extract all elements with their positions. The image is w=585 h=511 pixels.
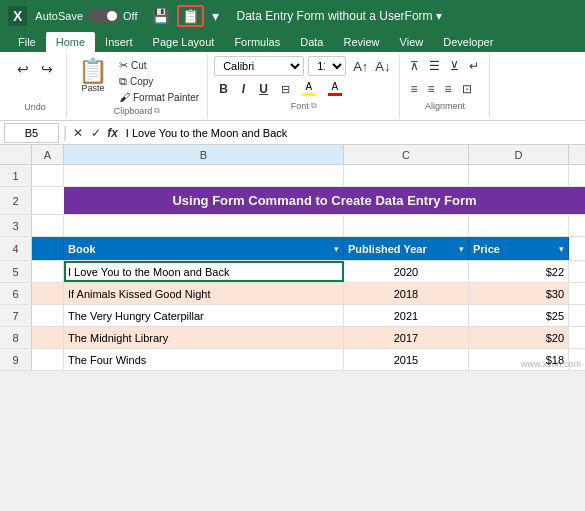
underline-button[interactable]: U [254, 79, 273, 99]
tab-view[interactable]: View [390, 32, 434, 52]
quick-access-toolbar: 💾 📋 ▾ [150, 5, 221, 27]
undo-button[interactable]: ↩ [12, 58, 34, 80]
tab-home[interactable]: Home [46, 32, 95, 52]
autosave-control[interactable]: AutoSave Off [35, 9, 137, 23]
book-filter-button[interactable]: ▾ [334, 244, 339, 254]
cell-a4[interactable] [32, 237, 64, 260]
row-num-5: 5 [0, 261, 32, 282]
cell-d6[interactable]: $30 [469, 283, 569, 304]
column-header-a[interactable]: A [32, 145, 64, 164]
tab-insert[interactable]: Insert [95, 32, 143, 52]
format-painter-button[interactable]: 🖌 Format Painter [117, 90, 201, 104]
font-color-button[interactable]: A [324, 79, 346, 99]
price-header-label: Price [473, 243, 500, 255]
cell-b4-book-header[interactable]: Book ▾ [64, 237, 344, 260]
redo-button[interactable]: ↪ [36, 58, 58, 80]
custom-toolbar-icon[interactable]: 📋 [177, 5, 204, 27]
font-name-select[interactable]: Calibri [214, 56, 304, 76]
cell-a9[interactable] [32, 349, 64, 370]
cell-b6[interactable]: If Animals Kissed Good Night [64, 283, 344, 304]
cancel-formula-icon[interactable]: ✕ [71, 126, 85, 140]
cell-reference-input[interactable] [4, 123, 59, 143]
cell-b9[interactable]: The Four Winds [64, 349, 344, 370]
column-header-c[interactable]: C [344, 145, 469, 164]
cell-c8[interactable]: 2017 [344, 327, 469, 348]
cell-b3[interactable] [64, 215, 344, 236]
cell-b5[interactable]: I Love You to the Moon and Back [64, 261, 344, 282]
confirm-formula-icon[interactable]: ✓ [89, 126, 103, 140]
highlight-color-indicator [302, 93, 316, 96]
decrease-font-size-button[interactable]: A↓ [372, 56, 393, 76]
tab-formulas[interactable]: Formulas [224, 32, 290, 52]
merge-center-button[interactable]: ⊡ [458, 79, 476, 99]
tab-page-layout[interactable]: Page Layout [143, 32, 225, 52]
align-bottom-button[interactable]: ⊻ [446, 56, 463, 76]
bold-button[interactable]: B [214, 79, 233, 99]
cell-a2[interactable] [32, 187, 64, 214]
price-filter-button[interactable]: ▾ [559, 244, 564, 254]
borders-button[interactable]: ⊟ [277, 79, 294, 99]
cell-b8[interactable]: The Midnight Library [64, 327, 344, 348]
save-icon[interactable]: 💾 [150, 6, 171, 26]
formula-input[interactable] [122, 127, 581, 139]
cell-c4-year-header[interactable]: Published Year ▾ [344, 237, 469, 260]
dropdown-arrow-icon[interactable]: ▾ [210, 6, 221, 26]
cell-a1[interactable] [32, 165, 64, 186]
row-num-4: 4 [0, 237, 32, 260]
format-painter-label: Format Painter [133, 92, 199, 103]
font-A-label: A [331, 81, 338, 92]
cell-a3[interactable] [32, 215, 64, 236]
clipboard-label: Clipboard ⧉ [73, 104, 201, 116]
paste-button[interactable]: 📋 Paste [73, 56, 113, 96]
cell-a7[interactable] [32, 305, 64, 326]
ribbon-tabs: File Home Insert Page Layout Formulas Da… [0, 32, 585, 52]
align-right-button[interactable]: ≡ [441, 79, 456, 99]
insert-function-icon[interactable]: fx [107, 126, 118, 140]
align-center-button[interactable]: ≡ [424, 79, 439, 99]
tab-file[interactable]: File [8, 32, 46, 52]
cut-button[interactable]: ✂ Cut [117, 58, 201, 73]
cell-c1[interactable] [344, 165, 469, 186]
font-size-select[interactable]: 11 [308, 56, 346, 76]
cell-c3[interactable] [344, 215, 469, 236]
cell-c9[interactable]: 2015 [344, 349, 469, 370]
cell-d8[interactable]: $20 [469, 327, 569, 348]
cell-a6[interactable] [32, 283, 64, 304]
cell-d3[interactable] [469, 215, 569, 236]
row-2: 2 Using Form Command to Create Data Entr… [0, 187, 585, 215]
title-merged-cell[interactable]: Using Form Command to Create Data Entry … [64, 187, 585, 214]
copy-button[interactable]: ⧉ Copy [117, 74, 201, 89]
cell-b1[interactable] [64, 165, 344, 186]
wrap-text-button[interactable]: ↵ [465, 56, 483, 76]
font-expand-icon[interactable]: ⧉ [311, 101, 317, 111]
highlight-color-button[interactable]: A [298, 79, 320, 99]
align-row-2: ≡ ≡ ≡ ⊡ [406, 79, 483, 99]
align-top-button[interactable]: ⊼ [406, 56, 423, 76]
paste-label: Paste [81, 83, 104, 93]
cell-a8[interactable] [32, 327, 64, 348]
cell-c5[interactable]: 2020 [344, 261, 469, 282]
scissors-icon: ✂ [119, 59, 128, 72]
year-filter-button[interactable]: ▾ [459, 244, 464, 254]
tab-developer[interactable]: Developer [433, 32, 503, 52]
cell-c6[interactable]: 2018 [344, 283, 469, 304]
autosave-toggle[interactable] [87, 9, 119, 23]
cell-b7[interactable]: The Very Hungry Caterpillar [64, 305, 344, 326]
cell-a5[interactable] [32, 261, 64, 282]
copy-icon: ⧉ [119, 75, 127, 88]
spreadsheet-wrapper: 1 2 Using Form Command to Create Data En… [0, 165, 585, 371]
align-middle-button[interactable]: ☰ [425, 56, 444, 76]
column-header-b[interactable]: B [64, 145, 344, 164]
cell-d5[interactable]: $22 [469, 261, 569, 282]
align-left-button[interactable]: ≡ [406, 79, 421, 99]
cell-d1[interactable] [469, 165, 569, 186]
tab-review[interactable]: Review [333, 32, 389, 52]
italic-button[interactable]: I [237, 79, 250, 99]
increase-font-size-button[interactable]: A↑ [350, 56, 371, 76]
clipboard-expand-icon[interactable]: ⧉ [154, 106, 160, 116]
tab-data[interactable]: Data [290, 32, 333, 52]
cell-d7[interactable]: $25 [469, 305, 569, 326]
cell-d4-price-header[interactable]: Price ▾ [469, 237, 569, 260]
column-header-d[interactable]: D [469, 145, 569, 164]
cell-c7[interactable]: 2021 [344, 305, 469, 326]
